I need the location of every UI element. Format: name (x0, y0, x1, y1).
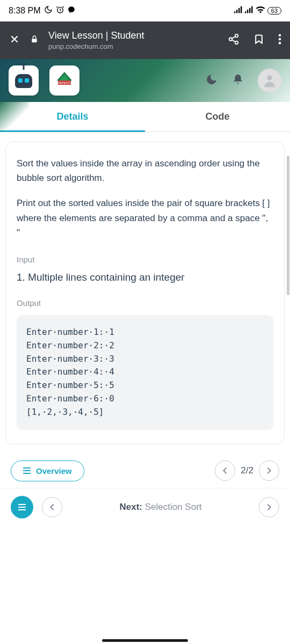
svg-point-14 (279, 38, 281, 41)
svg-rect-2 (236, 10, 237, 13)
forward-button[interactable] (259, 497, 279, 517)
messenger-icon (68, 6, 75, 16)
output-label: Output (17, 298, 273, 308)
output-sample: Enter·number·1:·1 Enter·number·2:·2 Ente… (17, 315, 273, 430)
overview-button[interactable]: Overview (11, 460, 84, 481)
signal2-icon (245, 6, 253, 16)
hamburger-icon (18, 504, 26, 510)
avatar[interactable] (258, 69, 281, 92)
svg-point-12 (235, 41, 238, 45)
problem-paragraph-2: Print out the sorted values inside the p… (17, 196, 273, 240)
status-time: 8:38 PM (9, 6, 41, 16)
app-header: PANPACIFIC (0, 59, 290, 102)
svg-rect-5 (245, 11, 246, 13)
hamburger-icon (23, 467, 31, 474)
svg-rect-6 (247, 10, 248, 13)
theme-icon[interactable] (205, 73, 218, 88)
lesson-nav: Overview 2/2 (0, 454, 290, 488)
share-icon[interactable] (228, 33, 240, 47)
back-button[interactable] (42, 497, 62, 517)
moon-icon (44, 5, 53, 16)
next-lesson-label: Next: Selection Sort (71, 502, 250, 513)
lesson-content: Sort the values inside the array in asce… (5, 142, 285, 444)
svg-point-13 (279, 34, 281, 36)
more-icon[interactable] (278, 33, 281, 47)
bookmark-icon[interactable] (253, 33, 264, 47)
status-bar: 8:38 PM 63 (0, 0, 290, 21)
tab-details[interactable]: Details (0, 102, 145, 131)
app-logo[interactable] (9, 65, 39, 96)
wifi-icon (256, 6, 265, 16)
battery-level: 63 (267, 7, 281, 14)
svg-rect-7 (249, 8, 250, 13)
page-title: View Lesson | Student (48, 30, 218, 41)
next-page-button[interactable] (259, 460, 279, 481)
bottom-bar: Next: Selection Sort (0, 488, 290, 526)
page-url: punp.codechum.com (48, 42, 218, 50)
school-logo[interactable]: PANPACIFIC (49, 65, 79, 96)
svg-rect-3 (238, 8, 240, 13)
menu-fab[interactable] (11, 496, 33, 518)
svg-rect-9 (32, 39, 37, 42)
svg-point-18 (267, 75, 272, 80)
browser-bar: View Lesson | Student punp.codechum.com (0, 21, 290, 59)
home-indicator[interactable] (102, 639, 188, 642)
svg-rect-1 (234, 11, 235, 13)
close-icon[interactable] (9, 33, 20, 47)
lock-icon (30, 35, 39, 46)
pager: 2/2 (215, 460, 279, 481)
tabs: Details Code (0, 102, 290, 132)
svg-point-15 (279, 42, 281, 45)
problem-paragraph-1: Sort the values inside the array in asce… (17, 156, 273, 185)
signal1-icon (234, 6, 243, 16)
page-indicator: 2/2 (241, 465, 253, 476)
svg-rect-8 (251, 6, 252, 13)
tab-code[interactable]: Code (145, 102, 290, 131)
svg-rect-4 (241, 6, 242, 13)
input-label: Input (17, 255, 273, 264)
scrollbar-thumb[interactable] (287, 156, 289, 295)
svg-point-11 (229, 38, 233, 41)
input-description: 1. Multiple lines containing an integer (17, 272, 273, 283)
notifications-icon[interactable] (232, 73, 244, 88)
prev-page-button[interactable] (215, 460, 235, 481)
alarm-icon (56, 5, 64, 16)
svg-point-10 (235, 34, 238, 38)
svg-text:PANPACIFIC: PANPACIFIC (58, 82, 71, 84)
